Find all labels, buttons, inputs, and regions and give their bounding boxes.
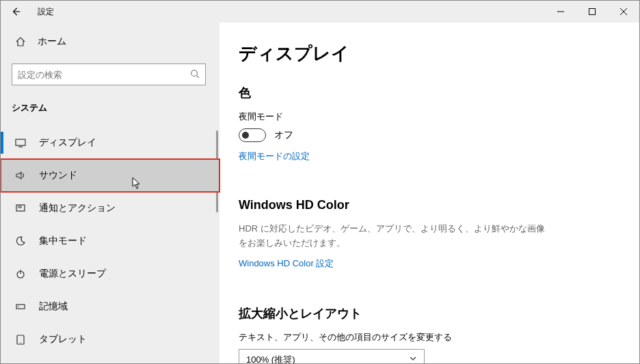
tablet-icon: [14, 334, 27, 345]
section-title: システム: [1, 94, 219, 122]
svg-point-6: [18, 306, 19, 307]
svg-rect-2: [16, 139, 25, 145]
sidebar-item-label: 記憶域: [39, 300, 68, 313]
close-button[interactable]: [608, 1, 639, 23]
maximize-icon: [589, 8, 596, 15]
back-button[interactable]: [1, 1, 31, 23]
sidebar-item-label: ディスプレイ: [39, 137, 96, 149]
sidebar-item-label: 電源とスリープ: [39, 268, 106, 280]
sidebar-item-label: サウンド: [39, 169, 77, 182]
arrow-left-icon: [11, 7, 21, 16]
close-icon: [620, 8, 627, 15]
search-wrap: [1, 55, 219, 94]
home-label: ホーム: [38, 36, 66, 48]
night-mode-state: オフ: [274, 129, 293, 141]
sidebar-item-tablet[interactable]: タブレット: [1, 323, 219, 356]
maximize-button[interactable]: [576, 1, 608, 23]
window-controls: [545, 1, 639, 23]
svg-point-1: [191, 70, 198, 76]
sound-icon: [14, 170, 27, 181]
hdcolor-description: HDR に対応したビデオ、ゲーム、アプリで、より明るく、より鮮やかな画像をお楽し…: [239, 222, 553, 251]
svg-rect-5: [16, 305, 25, 309]
power-icon: [14, 268, 27, 279]
sidebar-item-sound[interactable]: サウンド: [1, 159, 219, 192]
color-heading: 色: [239, 85, 612, 101]
notification-icon: [14, 203, 27, 214]
window-title: 設定: [38, 6, 54, 18]
sidebar-item-focus[interactable]: 集中モード: [1, 225, 219, 257]
app-body: ホーム システム ディスプレイ サ: [1, 23, 639, 363]
svg-point-8: [20, 342, 21, 343]
sidebar-item-display[interactable]: ディスプレイ: [1, 126, 219, 159]
nav-list: ディスプレイ サウンド 通知とアクション 集中モード: [1, 126, 219, 356]
display-icon: [14, 137, 27, 148]
home-icon: [14, 36, 27, 47]
night-mode-label: 夜間モード: [239, 111, 612, 123]
search-input[interactable]: [12, 64, 206, 85]
scale-heading: 拡大縮小とレイアウト: [239, 305, 612, 322]
main-content: ディスプレイ 色 夜間モード オフ 夜間モードの設定 Windows HD Co…: [219, 23, 639, 363]
moon-icon: [14, 236, 27, 247]
scale-dropdown[interactable]: 100% (推奨): [239, 349, 425, 363]
titlebar: 設定: [1, 1, 639, 23]
storage-icon: [14, 301, 27, 312]
sidebar-item-storage[interactable]: 記憶域: [1, 290, 219, 323]
scale-value: 100% (推奨): [246, 354, 295, 363]
svg-rect-0: [589, 9, 596, 15]
toggle-knob: [242, 132, 249, 139]
sidebar-item-notifications[interactable]: 通知とアクション: [1, 192, 219, 225]
search-field[interactable]: [18, 70, 190, 80]
sidebar-item-label: 集中モード: [39, 235, 87, 247]
minimize-icon: [557, 8, 564, 15]
hdcolor-heading: Windows HD Color: [239, 198, 612, 212]
night-mode-settings-link[interactable]: 夜間モードの設定: [239, 150, 310, 163]
chevron-down-icon: [409, 354, 417, 363]
sidebar-item-label: タブレット: [39, 333, 87, 346]
home-button[interactable]: ホーム: [1, 28, 219, 55]
scale-label: テキスト、アプリ、その他の項目のサイズを変更する: [239, 331, 612, 344]
sidebar-item-label: 通知とアクション: [39, 202, 116, 214]
page-title: ディスプレイ: [239, 42, 612, 66]
night-mode-toggle[interactable]: [239, 128, 266, 142]
search-icon: [190, 69, 200, 81]
sidebar: ホーム システム ディスプレイ サ: [1, 23, 219, 363]
hdcolor-settings-link[interactable]: Windows HD Color 設定: [239, 257, 334, 270]
sidebar-item-power[interactable]: 電源とスリープ: [1, 257, 219, 290]
minimize-button[interactable]: [545, 1, 576, 23]
